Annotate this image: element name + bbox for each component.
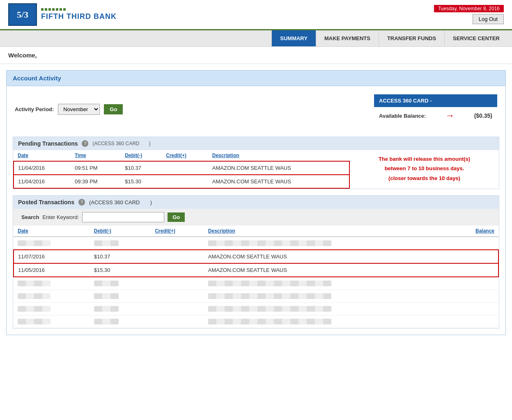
blurred-credit xyxy=(151,290,204,303)
pending-account-label: (ACCESS 360 CARD ) xyxy=(92,141,150,146)
note-line1: The bank will release this amount(s) xyxy=(358,154,491,164)
posted-desc-2: AMAZON.COM SEATTLE WAUS xyxy=(204,263,448,277)
note-line2: between 7 to 10 business days. xyxy=(358,164,491,173)
posted-date-1: 11/07/2016 xyxy=(14,250,90,263)
blurred-desc xyxy=(204,237,448,250)
account-activity-title: Account Activity xyxy=(13,75,61,82)
posted-balance-2 xyxy=(448,263,498,277)
pending-col-debit[interactable]: Debit(-) xyxy=(121,150,162,161)
month-select[interactable]: November October September xyxy=(58,104,100,115)
blurred-debit xyxy=(90,277,151,290)
search-bar: Search Enter Keyword: Go xyxy=(13,209,499,226)
blurred-debit xyxy=(90,315,151,328)
posted-account-label: (ACCESS 360 CARD ) xyxy=(89,199,152,205)
nav-service-center[interactable]: SERVICE CENTER xyxy=(444,30,508,46)
posted-date-2: 11/05/2016 xyxy=(14,263,90,277)
pending-desc-1: AMAZON.COM SEATTLE WAUS xyxy=(208,161,349,175)
nav-make-payments[interactable]: MAKE PAYMENTS xyxy=(316,30,379,46)
posted-credit-1 xyxy=(151,250,204,263)
balance-card-title: ACCESS 360 CARD - xyxy=(374,94,497,107)
blurred-desc xyxy=(204,303,448,315)
pending-title: Pending Transactions xyxy=(18,140,78,147)
pending-time-2: 09:39 PM xyxy=(71,175,121,188)
posted-debit-2: $15.30 xyxy=(90,263,151,277)
blurred-date xyxy=(14,290,90,303)
blurred-debit xyxy=(90,303,151,315)
blurred-balance xyxy=(448,315,498,328)
blurred-date xyxy=(14,237,90,250)
blurred-desc xyxy=(204,315,448,328)
logo-area: 5/3 FIFTH THIRD BANK xyxy=(8,3,117,26)
arrow-icon: → xyxy=(445,110,455,121)
pending-note: The bank will release this amount(s) bet… xyxy=(358,154,491,183)
pending-transactions-section: Pending Transactions ? (ACCESS 360 CARD … xyxy=(13,137,499,189)
pending-debit-2: $15.30 xyxy=(121,175,162,188)
nav-transfer-funds[interactable]: TRANSFER FUNDS xyxy=(379,30,444,46)
note-line3: (closer towards the 10 days) xyxy=(358,173,491,183)
search-go-button[interactable]: Go xyxy=(168,212,185,222)
table-row: 11/04/2016 09:39 PM $15.30 AMAZON.COM SE… xyxy=(14,175,349,188)
pending-credit-1 xyxy=(162,161,208,175)
search-label: Search xyxy=(21,214,39,220)
posted-desc-1: AMAZON.COM SEATTLE WAUS xyxy=(204,250,448,263)
blurred-balance xyxy=(448,237,498,250)
welcome-text: Welcome, xyxy=(8,52,37,59)
pending-help-icon[interactable]: ? xyxy=(82,140,88,147)
pending-desc-2: AMAZON.COM SEATTLE WAUS xyxy=(208,175,349,188)
pending-time-1: 09:51 PM xyxy=(71,161,121,175)
account-activity-section: Account Activity Activity Period: Novemb… xyxy=(6,70,506,335)
table-row: 11/05/2016 $15.30 AMAZON.COM SEATTLE WAU… xyxy=(14,263,498,277)
posted-col-credit[interactable]: Credit(+) xyxy=(151,226,204,237)
header-right: Tuesday, November 8, 2016 Log Out xyxy=(434,5,504,24)
table-row: 11/07/2016 $10.37 AMAZON.COM SEATTLE WAU… xyxy=(14,250,498,263)
account-activity-header: Account Activity xyxy=(7,71,505,86)
pending-col-time[interactable]: Time xyxy=(71,150,121,161)
blurred-credit xyxy=(151,237,204,250)
nav-summary[interactable]: SUMMARY xyxy=(271,30,316,46)
pending-note-area: The bank will release this amount(s) bet… xyxy=(350,150,499,189)
posted-col-date[interactable]: Date xyxy=(14,226,90,237)
posted-help-icon[interactable]: ? xyxy=(78,199,85,205)
date-display: Tuesday, November 8, 2016 xyxy=(434,5,504,12)
bank-logo: 5/3 xyxy=(8,3,37,26)
posted-transactions-section: Posted Transactions ? (ACCESS 360 CARD )… xyxy=(13,195,499,329)
bank-name: FIFTH THIRD BANK xyxy=(41,12,117,21)
posted-col-balance[interactable]: Balance xyxy=(448,226,498,237)
logo-text: 5/3 xyxy=(17,9,28,20)
table-row xyxy=(14,303,498,315)
pending-table: Date Time Debit(-) Credit(+) Description… xyxy=(13,150,350,189)
posted-credit-2 xyxy=(151,263,204,277)
pending-date-1: 11/04/2016 xyxy=(14,161,71,175)
posted-balance-1 xyxy=(448,250,498,263)
blurred-desc xyxy=(204,277,448,290)
balance-value: ($0.35) xyxy=(474,112,492,119)
activity-period-label: Activity Period: xyxy=(15,106,54,112)
navigation: SUMMARY MAKE PAYMENTS TRANSFER FUNDS SER… xyxy=(0,30,512,47)
pending-col-date[interactable]: Date xyxy=(14,150,71,161)
keyword-label: Enter Keyword: xyxy=(42,214,79,220)
posted-col-description[interactable]: Description xyxy=(204,226,448,237)
table-row xyxy=(14,237,498,250)
table-row: 11/04/2016 09:51 PM $10.37 AMAZON.COM SE… xyxy=(14,161,349,175)
blurred-balance xyxy=(448,303,498,315)
blurred-date xyxy=(14,315,90,328)
blurred-balance xyxy=(448,277,498,290)
logout-button[interactable]: Log Out xyxy=(473,14,504,24)
blurred-debit xyxy=(90,237,151,250)
activity-go-button[interactable]: Go xyxy=(104,104,123,114)
posted-title: Posted Transactions xyxy=(18,199,74,205)
posted-header: Posted Transactions ? (ACCESS 360 CARD ) xyxy=(13,196,499,209)
balance-box: ACCESS 360 CARD - Available Balance: → (… xyxy=(374,94,497,124)
activity-period-area: Activity Period: November October Septem… xyxy=(15,104,123,115)
blurred-date xyxy=(14,303,90,315)
pending-credit-2 xyxy=(162,175,208,188)
blurred-debit xyxy=(90,290,151,303)
pending-col-credit[interactable]: Credit(+) xyxy=(162,150,208,161)
table-row xyxy=(14,315,498,328)
pending-col-description[interactable]: Description xyxy=(208,150,349,161)
posted-debit-1: $10.37 xyxy=(90,250,151,263)
posted-col-debit[interactable]: Debit(-) xyxy=(90,226,151,237)
keyword-input[interactable] xyxy=(82,212,164,222)
header: 5/3 FIFTH THIRD BANK Tuesday, November 8… xyxy=(0,0,512,30)
pending-content: Date Time Debit(-) Credit(+) Description… xyxy=(13,150,499,189)
